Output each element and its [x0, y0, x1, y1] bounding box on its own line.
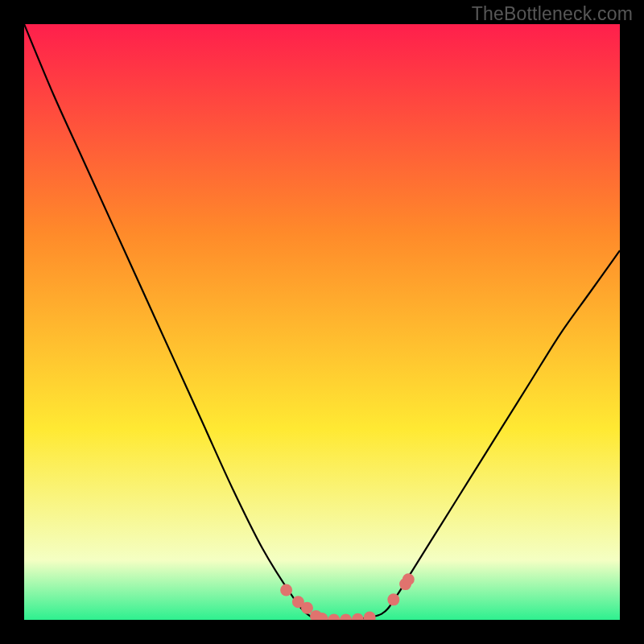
plot-area: [24, 24, 620, 620]
curve-marker: [301, 602, 313, 614]
chart-frame: TheBottleneck.com: [0, 0, 644, 644]
gradient-background: [24, 24, 620, 620]
curve-marker: [402, 573, 415, 585]
curve-marker: [280, 584, 292, 597]
watermark-text: TheBottleneck.com: [472, 3, 633, 25]
curve-marker: [387, 593, 399, 605]
chart-svg: [24, 24, 620, 620]
